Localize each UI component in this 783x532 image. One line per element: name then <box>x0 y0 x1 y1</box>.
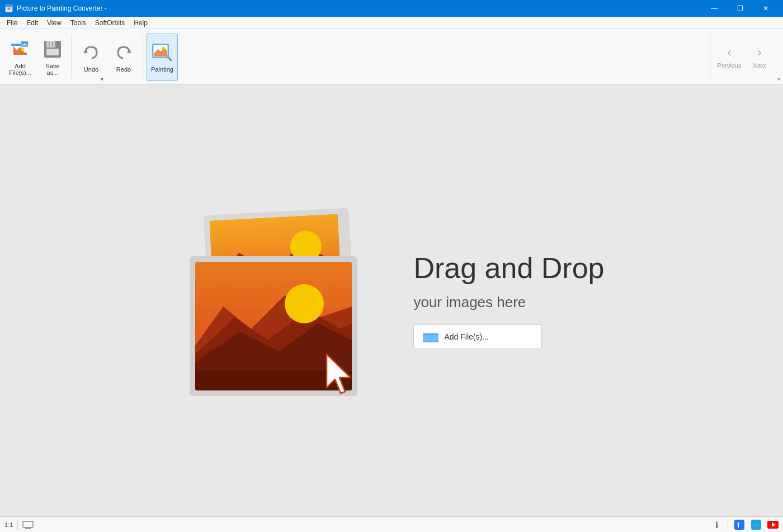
svg-marker-16 <box>83 49 88 53</box>
app-title: Picture to Painting Converter - <box>17 4 107 12</box>
add-files-icon: + <box>9 38 31 60</box>
titlebar-controls[interactable]: — ❐ ✕ <box>701 0 779 17</box>
svg-rect-39 <box>23 521 33 528</box>
svg-text:+: + <box>23 42 26 47</box>
toolbar-sep-1 <box>72 35 72 79</box>
toolbar-expand-icon[interactable]: ▾ <box>97 29 106 84</box>
statusbar-divider <box>17 520 18 530</box>
menu-softorbits[interactable]: SoftOrbits <box>91 18 129 28</box>
menubar: File Edit View Tools SoftOrbits Help <box>0 17 783 29</box>
toolbar-buttons: + Add File(s)... Save as... <box>4 34 705 81</box>
previous-label: Previous <box>718 62 742 69</box>
svg-text:🐦: 🐦 <box>752 521 760 529</box>
previous-arrow-icon: ‹ <box>727 45 731 60</box>
undo-label: Undo <box>84 66 98 73</box>
next-label: Next <box>753 62 766 69</box>
save-icon <box>41 38 64 60</box>
info-icon[interactable]: ℹ <box>711 519 722 530</box>
svg-text:f: f <box>737 521 740 529</box>
cursor-icon <box>324 351 363 402</box>
add-files-label: Add File(s)... <box>9 63 31 76</box>
statusbar-divider-right <box>728 520 728 530</box>
toolbar: + Add File(s)... Save as... <box>0 29 783 85</box>
drag-drop-title: Drag and Drop <box>413 252 604 284</box>
statusbar-right: ℹ f 🐦 <box>711 519 779 530</box>
menu-help[interactable]: Help <box>129 18 152 28</box>
svg-rect-15 <box>50 42 51 46</box>
svg-marker-17 <box>127 49 131 53</box>
toolbar-save-button[interactable]: Save as... <box>37 34 68 81</box>
toolbar-nav: ‹ Previous › Next ▾ <box>715 34 779 81</box>
maximize-button[interactable]: ❐ <box>727 0 753 17</box>
svg-point-33 <box>285 284 324 323</box>
toolbar-nav-separator <box>710 35 710 79</box>
add-files-btn-label: Add File(s)... <box>444 332 488 341</box>
titlebar: Picture to Painting Converter - — ❐ ✕ <box>0 0 783 17</box>
svg-rect-13 <box>46 49 59 55</box>
toolbar-redo-button[interactable]: Redo <box>108 34 139 81</box>
twitter-icon[interactable]: 🐦 <box>751 519 762 530</box>
drop-text-area: Drag and Drop your images here Add File(… <box>413 252 604 349</box>
menu-file[interactable]: File <box>2 18 22 28</box>
youtube-icon[interactable] <box>767 519 779 530</box>
painting-label: Painting <box>151 66 173 73</box>
add-files-button[interactable]: Add File(s)... <box>413 324 542 349</box>
statusbar-left: 1:1 <box>4 520 34 530</box>
drag-drop-subtitle: your images here <box>413 294 604 311</box>
svg-point-3 <box>10 8 11 10</box>
zoom-level: 1:1 <box>4 521 13 528</box>
toolbar-add-files-button[interactable]: + Add File(s)... <box>4 34 36 81</box>
folder-icon <box>423 331 438 343</box>
main-content[interactable]: Drag and Drop your images here Add File(… <box>0 85 783 516</box>
next-arrow-icon: › <box>757 45 761 60</box>
status-icon-screen <box>22 521 34 529</box>
menu-tools[interactable]: Tools <box>66 18 91 28</box>
menu-view[interactable]: View <box>43 18 66 28</box>
previous-button[interactable]: ‹ Previous <box>715 34 744 81</box>
svg-rect-41 <box>25 528 31 529</box>
toolbar-sep-2 <box>143 35 143 79</box>
app-icon <box>4 4 13 13</box>
svg-rect-38 <box>423 335 438 341</box>
statusbar: 1:1 ℹ f 🐦 <box>0 516 783 532</box>
facebook-icon[interactable]: f <box>734 519 745 530</box>
redo-label: Redo <box>116 66 131 73</box>
redo-icon <box>112 41 135 64</box>
svg-point-23 <box>166 55 169 59</box>
toolbar-right-expand-icon[interactable]: ▾ <box>774 76 783 82</box>
minimize-button[interactable]: — <box>701 0 727 17</box>
svg-marker-34 <box>327 354 351 393</box>
toolbar-painting-button[interactable]: Painting <box>147 34 178 81</box>
titlebar-left: Picture to Painting Converter - <box>4 4 107 13</box>
save-label: Save as... <box>45 63 59 76</box>
menu-edit[interactable]: Edit <box>22 18 43 28</box>
drop-illustration <box>178 200 380 402</box>
painting-icon <box>151 41 173 64</box>
next-button[interactable]: › Next <box>745 34 774 81</box>
close-button[interactable]: ✕ <box>753 0 779 17</box>
drop-area[interactable]: Drag and Drop your images here Add File(… <box>178 200 604 402</box>
svg-point-7 <box>21 48 24 51</box>
svg-point-22 <box>162 47 165 50</box>
